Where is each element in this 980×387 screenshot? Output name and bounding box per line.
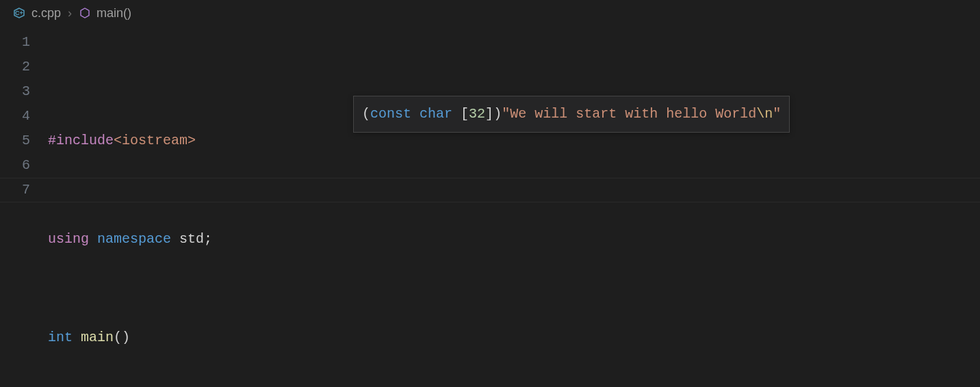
- tok-number: 32: [469, 106, 485, 122]
- tok-string: ": [502, 106, 510, 122]
- chevron-right-icon: ›: [68, 6, 72, 21]
- tok-directive: #include: [48, 133, 114, 148]
- tok-keyword: namespace: [97, 231, 171, 247]
- space: [411, 106, 420, 122]
- symbol-method-icon: [79, 7, 91, 19]
- tok-keyword: char: [420, 106, 452, 122]
- line-number-gutter: 1 2 3 4 5 6 7: [0, 30, 48, 387]
- line-number: 7: [0, 178, 30, 202]
- cpp-file-icon: C+: [12, 6, 26, 20]
- code-line[interactable]: int main(): [48, 325, 417, 350]
- tok-escape: \n: [756, 106, 773, 122]
- breadcrumb-file[interactable]: c.cpp: [31, 6, 61, 21]
- tok-type: int: [48, 330, 73, 345]
- tok-keyword: using: [48, 231, 89, 247]
- hover-tooltip: (const char [32])"We will start with hel…: [353, 96, 790, 133]
- code-editor[interactable]: 1 2 3 4 5 6 7 #include<iostream> using n…: [0, 26, 980, 387]
- tok-string: ": [773, 106, 781, 122]
- line-number: 3: [0, 79, 30, 104]
- space: [452, 106, 461, 122]
- svg-text:C+: C+: [15, 10, 23, 16]
- tok-punct: (): [114, 330, 130, 345]
- code-area[interactable]: #include<iostream> using namespace std; …: [48, 30, 417, 387]
- tok-keyword: const: [370, 106, 411, 122]
- breadcrumb[interactable]: C+ c.cpp › main(): [0, 0, 980, 26]
- line-number: 2: [0, 55, 30, 79]
- breadcrumb-symbol[interactable]: main(): [96, 6, 131, 21]
- code-line[interactable]: using namespace std;: [48, 227, 417, 252]
- tok-punct: (: [362, 106, 370, 122]
- tok-ident: std: [179, 231, 204, 247]
- tok-string: We will start with hello World: [510, 106, 756, 122]
- tok-func: main: [81, 330, 114, 345]
- tok-header: <iostream>: [114, 133, 196, 148]
- line-number: 1: [0, 30, 30, 55]
- tok-punct: ): [493, 106, 502, 122]
- current-line-highlight: [0, 178, 980, 202]
- line-number: 5: [0, 129, 30, 153]
- tok-punct: ;: [204, 231, 212, 247]
- tok-punct: ]: [485, 106, 493, 122]
- line-number: 4: [0, 104, 30, 129]
- tok-punct: [: [461, 106, 469, 122]
- line-number: 6: [0, 153, 30, 178]
